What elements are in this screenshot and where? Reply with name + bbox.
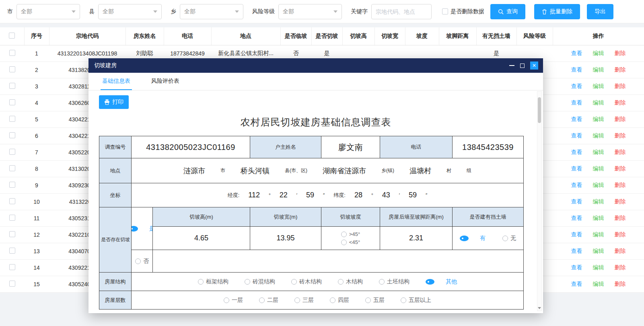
view-link[interactable]: 查看 xyxy=(571,149,582,155)
view-link[interactable]: 查看 xyxy=(571,264,582,271)
row-checkbox[interactable] xyxy=(9,231,15,237)
slope-no-radio[interactable]: 否 xyxy=(135,258,149,265)
row-checkbox[interactable] xyxy=(9,248,15,254)
delete-link[interactable]: 删除 xyxy=(615,198,626,205)
row-checkbox[interactable] xyxy=(9,50,15,56)
edit-link[interactable]: 编辑 xyxy=(593,198,604,205)
delete-link[interactable]: 删除 xyxy=(615,99,626,106)
query-button[interactable]: 查询 xyxy=(490,4,525,19)
row-checkbox[interactable] xyxy=(9,182,15,188)
view-link[interactable]: 查看 xyxy=(571,165,582,172)
row-checkbox[interactable] xyxy=(9,215,15,221)
row-checkbox[interactable] xyxy=(9,198,15,204)
cell-index: 5 xyxy=(24,111,49,127)
view-link[interactable]: 查看 xyxy=(571,198,582,205)
delete-link[interactable]: 删除 xyxy=(615,50,626,56)
angle-gt45-radio[interactable]: >45° xyxy=(341,231,360,237)
floors-option[interactable]: 四层 xyxy=(330,297,349,304)
delete-link[interactable]: 删除 xyxy=(615,248,626,254)
view-link[interactable]: 查看 xyxy=(571,50,582,56)
row-checkbox[interactable] xyxy=(9,116,15,122)
view-link[interactable]: 查看 xyxy=(571,215,582,221)
edit-link[interactable]: 编辑 xyxy=(593,132,604,139)
edit-link[interactable]: 编辑 xyxy=(593,281,604,287)
edit-link[interactable]: 编辑 xyxy=(593,83,604,89)
edit-link[interactable]: 编辑 xyxy=(593,248,604,254)
cell-index: 8 xyxy=(24,160,49,177)
latitude-label: 纬度: xyxy=(333,192,346,199)
edit-link[interactable]: 编辑 xyxy=(593,50,604,56)
edit-link[interactable]: 编辑 xyxy=(593,165,604,172)
delete-link[interactable]: 删除 xyxy=(615,165,626,172)
floors-option[interactable]: 二层 xyxy=(259,297,278,304)
delete-link[interactable]: 删除 xyxy=(615,281,626,287)
delete-link[interactable]: 删除 xyxy=(615,83,626,89)
county-select[interactable]: 全部 xyxy=(98,4,162,19)
row-checkbox[interactable] xyxy=(9,264,15,270)
edit-link[interactable]: 编辑 xyxy=(593,99,604,106)
delete-link[interactable]: 删除 xyxy=(615,215,626,221)
wall-yes-radio[interactable]: 有 xyxy=(460,235,486,242)
delete-link[interactable]: 删除 xyxy=(615,132,626,139)
edit-link[interactable]: 编辑 xyxy=(593,215,604,221)
edit-link[interactable]: 编辑 xyxy=(593,264,604,271)
view-link[interactable]: 查看 xyxy=(571,231,582,238)
township-select[interactable]: 全部 xyxy=(180,4,243,19)
row-checkbox[interactable] xyxy=(9,165,15,171)
view-link[interactable]: 查看 xyxy=(571,182,582,188)
view-link[interactable]: 查看 xyxy=(571,99,582,106)
batch-delete-button[interactable]: 批量删除 xyxy=(534,4,580,19)
keyword-input[interactable] xyxy=(371,4,432,19)
scrollbar-thumb[interactable] xyxy=(538,97,541,123)
scroll-down-arrow-icon[interactable] xyxy=(538,306,541,310)
view-link[interactable]: 查看 xyxy=(571,116,582,122)
floors-option[interactable]: 五层以上 xyxy=(401,297,431,304)
floors-option[interactable]: 五层 xyxy=(365,297,385,304)
edit-link[interactable]: 编辑 xyxy=(593,182,604,188)
minimize-button[interactable] xyxy=(509,65,514,66)
view-link[interactable]: 查看 xyxy=(571,83,582,89)
delete-link[interactable]: 删除 xyxy=(615,264,626,271)
maximize-button[interactable] xyxy=(520,64,525,68)
tab-risk-evaluation[interactable]: 风险评价表 xyxy=(150,73,181,90)
row-checkbox[interactable] xyxy=(9,83,15,89)
risk-level-select[interactable]: 全部 xyxy=(278,4,342,19)
delete-link[interactable]: 删除 xyxy=(615,66,626,73)
delete-link[interactable]: 删除 xyxy=(615,231,626,238)
wall-no-radio[interactable]: 无 xyxy=(502,235,516,242)
edit-link[interactable]: 编辑 xyxy=(593,116,604,122)
row-checkbox[interactable] xyxy=(9,132,15,138)
view-link[interactable]: 查看 xyxy=(571,66,582,73)
city-select[interactable]: 全部 xyxy=(16,4,80,19)
slope-yes-radio[interactable]: 是 xyxy=(132,225,153,232)
structure-option[interactable]: 框架结构 xyxy=(198,278,228,285)
row-checkbox[interactable] xyxy=(9,149,15,155)
tab-basic-info[interactable]: 基础信息表 xyxy=(101,73,132,90)
edit-link[interactable]: 编辑 xyxy=(593,231,604,238)
edit-link[interactable]: 编辑 xyxy=(593,149,604,155)
angle-lt45-radio[interactable]: <45° xyxy=(341,239,360,245)
row-checkbox[interactable] xyxy=(9,99,15,105)
modal-scrollbar[interactable] xyxy=(537,91,542,311)
delete-link[interactable]: 删除 xyxy=(615,149,626,155)
print-button[interactable]: 打印 xyxy=(99,95,129,109)
structure-option[interactable]: 木结构 xyxy=(338,278,363,285)
structure-option[interactable]: 砖木结构 xyxy=(291,278,322,285)
row-checkbox[interactable] xyxy=(9,66,15,72)
edit-link[interactable]: 编辑 xyxy=(593,66,604,73)
show-deleted-checkbox[interactable]: 是否删除数据 xyxy=(442,8,484,15)
floors-option[interactable]: 三层 xyxy=(294,297,314,304)
export-button[interactable]: 导出 xyxy=(587,4,613,19)
structure-option[interactable]: 土坯结构 xyxy=(379,278,409,285)
row-checkbox[interactable] xyxy=(9,281,15,287)
view-link[interactable]: 查看 xyxy=(571,281,582,287)
structure-option[interactable]: 其他 xyxy=(426,278,457,285)
floors-option[interactable]: 一层 xyxy=(224,297,243,304)
structure-option[interactable]: 砖混结构 xyxy=(245,278,275,285)
close-button[interactable]: ✕ xyxy=(530,62,538,70)
view-link[interactable]: 查看 xyxy=(571,132,582,139)
delete-link[interactable]: 删除 xyxy=(615,182,626,188)
delete-link[interactable]: 删除 xyxy=(615,116,626,122)
select-all-checkbox[interactable] xyxy=(9,33,15,39)
view-link[interactable]: 查看 xyxy=(571,248,582,254)
